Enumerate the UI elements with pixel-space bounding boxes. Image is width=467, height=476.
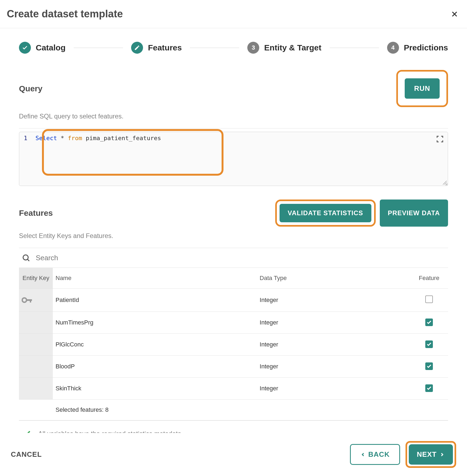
features-heading: Features	[19, 208, 53, 218]
feature-type: Integer	[257, 312, 410, 334]
feature-checkbox[interactable]	[425, 384, 433, 392]
feature-checkbox[interactable]	[425, 319, 433, 326]
step-connector	[74, 48, 123, 48]
feature-checkbox[interactable]	[425, 295, 433, 303]
feature-checkbox[interactable]	[425, 340, 433, 348]
search-icon	[22, 253, 30, 262]
validate-statistics-button[interactable]: VALIDATE STATISTICS	[280, 204, 371, 222]
features-description: Select Entity Keys and Features.	[19, 232, 448, 240]
fullscreen-icon[interactable]	[436, 135, 444, 143]
query-description: Define SQL query to select features.	[19, 112, 448, 120]
step-catalog[interactable]: Catalog	[19, 42, 66, 54]
table-row: BloodPInteger	[19, 356, 448, 378]
feature-checkbox[interactable]	[425, 362, 433, 370]
feature-name: BloodP	[53, 356, 257, 378]
dialog-title: Create dataset template	[7, 8, 123, 20]
col-name: Name	[53, 268, 257, 289]
features-table: Entity Key Name Data Type Feature Patien…	[19, 268, 448, 420]
col-entity-key: Entity Key	[19, 268, 53, 289]
table-row: PatientIdInteger	[19, 289, 448, 312]
feature-type: Integer	[257, 334, 410, 356]
next-button[interactable]: NEXT	[409, 444, 453, 465]
line-number: 1	[22, 135, 35, 141]
feature-type: Integer	[257, 289, 410, 312]
back-button[interactable]: BACK	[350, 444, 400, 465]
svg-point-2	[22, 298, 27, 302]
step-connector	[190, 48, 239, 48]
resize-handle[interactable]	[442, 180, 447, 185]
feature-name: PlGlcConc	[53, 334, 257, 356]
step-connector	[330, 48, 379, 48]
edit-icon	[134, 45, 140, 51]
sql-editor[interactable]: 1 Select * from pima_patient_features	[19, 132, 448, 186]
feature-name: SkinThick	[53, 378, 257, 400]
run-button[interactable]: RUN	[405, 78, 440, 99]
feature-type: Integer	[257, 356, 410, 378]
close-button[interactable]	[450, 10, 459, 18]
chevron-right-icon	[439, 451, 445, 458]
step-features[interactable]: Features	[131, 42, 182, 54]
table-row: NumTimesPrgInteger	[19, 312, 448, 334]
query-heading: Query	[19, 84, 43, 93]
table-row: PlGlcConcInteger	[19, 334, 448, 356]
search-input[interactable]	[36, 254, 445, 262]
key-icon	[22, 296, 33, 304]
check-icon	[22, 45, 28, 51]
cancel-button[interactable]: CANCEL	[11, 450, 42, 459]
svg-point-0	[23, 255, 28, 260]
step-entity-target[interactable]: 3 Entity & Target	[247, 42, 321, 54]
col-feature: Feature	[410, 268, 448, 289]
close-icon	[450, 10, 459, 18]
table-row: SkinThickInteger	[19, 378, 448, 400]
sql-code: Select * from pima_patient_features	[35, 135, 161, 141]
step-predictions[interactable]: 4 Predictions	[387, 42, 448, 54]
selected-features-count: Selected features: 8	[53, 400, 448, 420]
col-data-type: Data Type	[257, 268, 410, 289]
feature-name: NumTimesPrg	[53, 312, 257, 334]
feature-type: Integer	[257, 378, 410, 400]
svg-rect-4	[30, 299, 31, 303]
check-icon	[22, 429, 31, 433]
validation-message: All variables have the required statisti…	[38, 430, 183, 433]
wizard-stepper: Catalog Features 3 Entity & Target 4 Pre…	[19, 42, 448, 54]
chevron-left-icon	[360, 451, 366, 458]
preview-data-button[interactable]: PREVIEW DATA	[380, 200, 448, 227]
feature-name: PatientId	[53, 289, 257, 312]
svg-line-1	[27, 259, 29, 261]
